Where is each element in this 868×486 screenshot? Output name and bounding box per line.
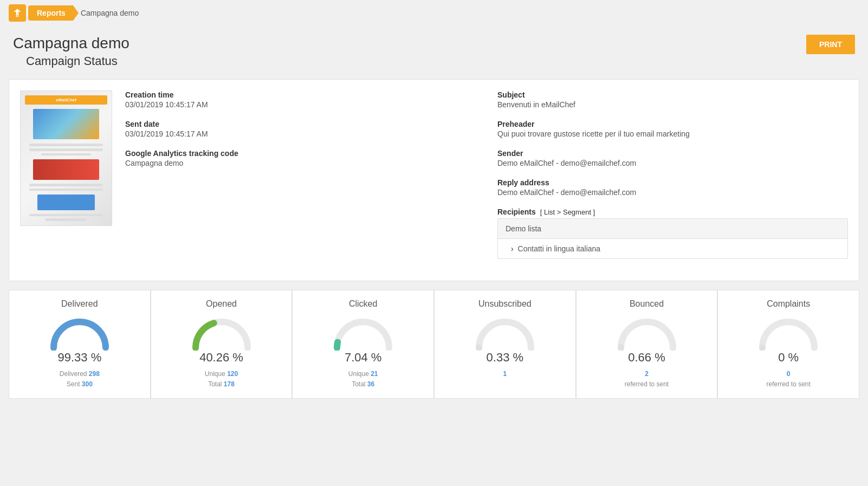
sent-date-value: 03/01/2019 10:45:17 AM xyxy=(125,129,476,138)
gauge-chart-clicked xyxy=(331,315,396,351)
stat-card-unsubscribed: Unsubscribed 0.33 % 1 xyxy=(434,290,576,399)
svg-point-1 xyxy=(54,322,106,351)
preheader-label: Preheader xyxy=(497,120,848,128)
info-col-right: Subject Benvenuti in eMailChef Preheader… xyxy=(497,90,848,270)
subject-value: Benvenuti in eMailChef xyxy=(497,100,848,109)
recipients-label: Recipients [ List > Segment ] xyxy=(497,208,848,216)
sender-field: Sender Demo eMailChef - demo@emailchef.c… xyxy=(497,149,848,167)
recipients-segment[interactable]: › Contatti in lingua italiana xyxy=(498,239,847,258)
stat-title-complaints: Complaints xyxy=(767,299,810,309)
svg-point-8 xyxy=(621,322,673,351)
preheader-field: Preheader Qui puoi trovare gustose ricet… xyxy=(497,120,848,138)
preheader-value: Qui puoi trovare gustose ricette per il … xyxy=(497,129,848,138)
stat-detail-opened: Unique 120Total 178 xyxy=(205,369,238,390)
info-col-left: Creation time 03/01/2019 10:45:17 AM Sen… xyxy=(125,90,476,270)
svg-point-10 xyxy=(762,322,814,351)
sender-value: Demo eMailChef - demo@emailchef.com xyxy=(497,159,848,167)
stat-card-bounced: Bounced 0.66 % 2referred to sent xyxy=(576,290,718,399)
stat-detail-bounced: 2referred to sent xyxy=(625,369,669,390)
stat-detail-delivered: Delivered 298Sent 300 xyxy=(60,369,100,390)
stat-percent-unsubscribed: 0.33 % xyxy=(487,351,524,365)
recipients-list-name: Demo lista xyxy=(498,219,847,239)
google-analytics-value: Campagna demo xyxy=(125,159,476,167)
stat-card-clicked: Clicked 7.04 % Unique 21Total 36 xyxy=(292,290,434,399)
campaign-info-card: eMailChef Creation time 03/01/2019 10:45… xyxy=(9,79,859,281)
stat-percent-bounced: 0.66 % xyxy=(628,351,665,365)
page-header: Campagna demo Campaign Status PRINT xyxy=(0,26,868,79)
print-button[interactable]: PRINT xyxy=(806,35,855,54)
google-analytics-label: Google Analytics tracking code xyxy=(125,149,476,158)
stat-card-opened: Opened 40.26 % Unique 120Total 178 xyxy=(151,290,293,399)
stats-row: Delivered 99.33 % Delivered 298Sent 300 … xyxy=(9,290,859,399)
creation-time-value: 03/01/2019 10:45:17 AM xyxy=(125,100,476,109)
stat-card-complaints: Complaints 0 % 0referred to sent xyxy=(717,290,859,399)
breadcrumb-reports[interactable]: Reports xyxy=(28,5,79,21)
google-analytics-field: Google Analytics tracking code Campagna … xyxy=(125,149,476,167)
stat-detail-clicked: Unique 21Total 36 xyxy=(348,369,378,390)
gauge-chart-opened xyxy=(189,315,254,351)
sent-date-field: Sent date 03/01/2019 10:45:17 AM xyxy=(125,120,476,138)
stat-percent-opened: 40.26 % xyxy=(199,351,243,365)
stat-detail-unsubscribed: 1 xyxy=(503,369,507,379)
stat-title-opened: Opened xyxy=(206,299,237,309)
gauge-chart-delivered xyxy=(47,315,112,351)
campaign-status-title: Campaign Status xyxy=(13,52,131,75)
reply-address-field: Reply address Demo eMailChef - demo@emai… xyxy=(497,178,848,197)
stat-title-bounced: Bounced xyxy=(630,299,664,309)
stat-card-delivered: Delivered 99.33 % Delivered 298Sent 300 xyxy=(9,290,151,399)
recipients-field: Recipients [ List > Segment ] Demo lista… xyxy=(497,208,848,259)
sender-label: Sender xyxy=(497,149,848,158)
stat-percent-clicked: 7.04 % xyxy=(345,351,382,365)
stat-percent-delivered: 99.33 % xyxy=(57,351,101,365)
gauge-chart-complaints xyxy=(756,315,821,351)
reply-address-value: Demo eMailChef - demo@emailchef.com xyxy=(497,188,848,197)
page-title: Campagna demo xyxy=(13,35,131,52)
info-columns: Creation time 03/01/2019 10:45:17 AM Sen… xyxy=(125,90,848,270)
gauge-chart-unsubscribed xyxy=(472,315,537,351)
stat-title-unsubscribed: Unsubscribed xyxy=(478,299,532,309)
svg-point-4 xyxy=(337,322,389,351)
breadcrumb-current-page: Campagna demo xyxy=(81,9,139,17)
recipients-box: Demo lista › Contatti in lingua italiana xyxy=(497,218,848,259)
stat-title-clicked: Clicked xyxy=(349,299,377,309)
campaign-thumbnail: eMailChef xyxy=(20,90,112,226)
sent-date-label: Sent date xyxy=(125,120,476,128)
stat-title-delivered: Delivered xyxy=(61,299,98,309)
home-icon[interactable] xyxy=(9,4,26,22)
stat-percent-complaints: 0 % xyxy=(778,351,799,365)
subject-label: Subject xyxy=(497,90,848,99)
creation-time-field: Creation time 03/01/2019 10:45:17 AM xyxy=(125,90,476,109)
stat-detail-complaints: 0referred to sent xyxy=(767,369,811,390)
subject-field: Subject Benvenuti in eMailChef xyxy=(497,90,848,109)
reply-address-label: Reply address xyxy=(497,178,848,187)
breadcrumb: Reports Campagna demo xyxy=(0,0,868,26)
gauge-chart-bounced xyxy=(614,315,679,351)
svg-point-6 xyxy=(479,322,531,351)
creation-time-label: Creation time xyxy=(125,90,476,99)
